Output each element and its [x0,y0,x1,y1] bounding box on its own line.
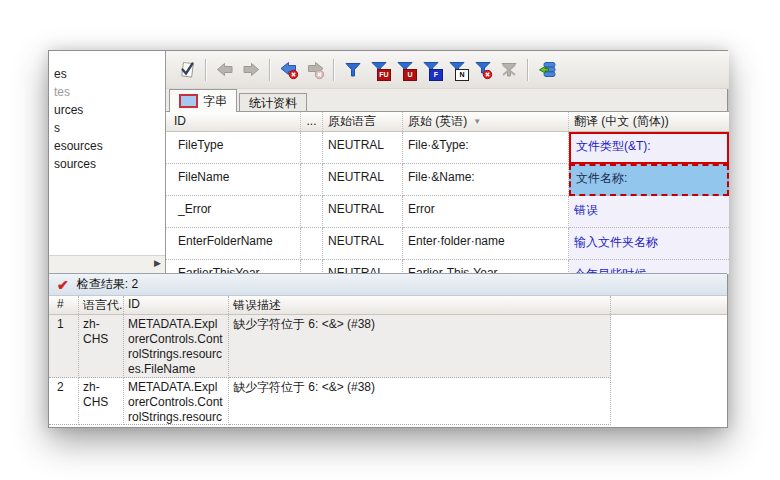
cell-translation[interactable]: 今年早些时候 [569,260,729,274]
resource-tree: es tes urces s esources sources [49,51,165,173]
grid-row-earlierthisyear: EarlierThisYear NEUTRAL Earlier·This·Yea… [166,260,729,274]
filter-untranslated-button[interactable]: U [393,58,417,82]
tree-item[interactable]: tes [49,83,165,101]
tab-statistics-label: 统计资料 [249,95,297,112]
result-number: 1 [49,315,79,378]
check-results-panel: ✔ 检查结果: 2 # 语言代.. ID 错误描述 1 zh-CHS METAD… [49,273,727,427]
cell-source-lang[interactable]: NEUTRAL [323,132,403,164]
filter-error-icon [473,60,493,80]
result-error-desc: 缺少字符位于 6: <&> (#38) [229,315,611,378]
cell-dots[interactable] [301,228,323,260]
cell-dots[interactable] [301,132,323,164]
cell-dots[interactable] [301,196,323,228]
toolbar-separator [269,59,271,81]
cell-original[interactable]: Error [403,196,569,228]
column-header-original[interactable]: 原始 (英语)▼ [403,112,569,131]
column-header-langcode[interactable]: 语言代.. [79,296,124,314]
cell-id[interactable]: FileName [166,164,301,196]
validate-button[interactable] [175,58,199,82]
cell-translation[interactable]: 错误 [569,196,729,228]
nav-forward-button[interactable] [239,58,263,82]
tree-item[interactable]: sources [49,155,165,173]
result-langcode: zh-CHS [79,378,124,425]
scroll-right-arrow-icon[interactable]: ▶ [154,258,161,268]
cell-original[interactable]: File·&Name: [403,164,569,196]
filter-fu-badge: FU [377,69,391,81]
column-header-translation[interactable]: 翻译 (中文 (简体)) [569,112,729,131]
cell-dots[interactable] [301,260,323,274]
tab-strings-label: 字串 [203,93,227,110]
resource-tree-panel: es tes urces s esources sources ▶ [49,51,166,273]
prev-error-button[interactable] [277,58,301,82]
filter-n-badge: N [455,69,469,81]
toolbar: FU U F N [166,51,729,89]
grid-row-filename: FileName NEUTRAL File·&Name: 文件名称: [166,164,729,196]
tab-statistics[interactable]: 统计资料 [239,93,307,112]
cell-original[interactable]: Earlier·This·Year [403,260,569,274]
grid-row-filetype: FileType NEUTRAL File·&Type: 文件类型(&T): [166,132,729,164]
column-header-id[interactable]: ID [166,112,301,131]
tree-item[interactable]: esources [49,137,165,155]
strings-grid: ID ... 原始语言 原始 (英语)▼ 翻译 (中文 (简体)) FileTy… [166,111,729,274]
nav-back-button[interactable] [213,58,237,82]
cell-dots[interactable] [301,164,323,196]
tree-item[interactable]: es [49,65,165,83]
tab-strip: 字串 统计资料 [166,89,729,112]
cell-id[interactable]: EarlierThisYear [166,260,301,274]
tab-strings[interactable]: 字串 [169,89,237,112]
back-arrow-icon [215,60,235,80]
cell-original[interactable]: File·&Type: [403,132,569,164]
database-import-icon [537,60,557,80]
cell-translation-error[interactable]: 文件类型(&T): [569,132,729,164]
grid-row-enterfoldername: EnterFolderName NEUTRAL Enter·folder·nam… [166,228,729,260]
tree-item[interactable]: urces [49,101,165,119]
result-langcode: zh-CHS [79,315,124,378]
toolbar-separator [205,59,207,81]
cell-source-lang[interactable]: NEUTRAL [323,164,403,196]
cell-source-lang[interactable]: NEUTRAL [323,196,403,228]
screenshot-stage: es tes urces s esources sources ▶ [0,0,780,480]
cell-original[interactable]: Enter·folder·name [403,228,569,260]
result-id: METADATA.ExplorerControls.ControlStrings… [124,315,229,378]
column-header-source-lang[interactable]: 原始语言 [323,112,403,131]
filter-f-badge: F [429,69,443,81]
next-error-icon [305,60,325,80]
forward-arrow-icon [241,60,261,80]
check-results-header: ✔ 检查结果: 2 [49,273,727,296]
filter-fuzzy-button[interactable]: F [419,58,443,82]
cell-source-lang[interactable]: NEUTRAL [323,260,403,274]
main-area: FU U F N [166,51,729,273]
result-row[interactable]: 1 zh-CHS METADATA.ExplorerControls.Contr… [49,315,727,378]
next-error-button[interactable] [303,58,327,82]
cell-source-lang[interactable]: NEUTRAL [323,228,403,260]
filter-new-button[interactable]: N [445,58,469,82]
result-number: 2 [49,378,79,425]
cell-id[interactable]: _Error [166,196,301,228]
filter-errors-button[interactable] [471,58,495,82]
column-header-dots[interactable]: ... [301,112,323,131]
tree-horizontal-scrollbar[interactable]: ▶ [49,255,165,273]
prev-error-icon [279,60,299,80]
check-results-title: 检查结果: 2 [77,276,138,293]
column-header-result-id[interactable]: ID [124,296,229,314]
results-grid-header: # 语言代.. ID 错误描述 [49,296,727,315]
column-header-error-desc[interactable]: 错误描述 [229,296,611,314]
import-export-button[interactable] [535,58,559,82]
column-header-number[interactable]: # [49,296,79,314]
grid-row-error: _Error NEUTRAL Error 错误 [166,196,729,228]
result-row[interactable]: 2 zh-CHS METADATA.ExplorerControls.Contr… [49,378,727,425]
toolbar-separator [527,59,529,81]
strings-grid-header: ID ... 原始语言 原始 (英语)▼ 翻译 (中文 (简体)) [166,112,729,132]
cell-id[interactable]: EnterFolderName [166,228,301,260]
filter-all-button[interactable] [341,58,365,82]
sort-arrow-icon: ▼ [473,112,481,131]
filter-clear-button[interactable] [497,58,521,82]
result-id: METADATA.ExplorerControls.ControlStrings… [124,378,229,425]
tree-item[interactable]: s [49,119,165,137]
strings-tab-icon [179,94,198,108]
cell-translation-selected[interactable]: 文件名称: [569,164,729,196]
check-icon: ✔ [57,278,69,292]
filter-fuzzy-untranslated-button[interactable]: FU [367,58,391,82]
cell-id[interactable]: FileType [166,132,301,164]
cell-translation[interactable]: 输入文件夹名称 [569,228,729,260]
